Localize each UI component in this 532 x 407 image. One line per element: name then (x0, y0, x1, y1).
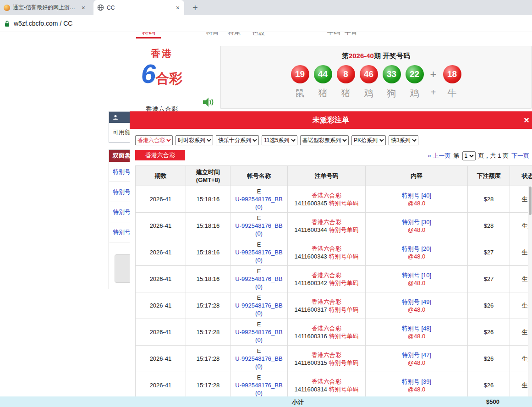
tab-close-icon[interactable]: × (81, 4, 86, 11)
content-link[interactable]: 特别号 [39] (402, 378, 431, 385)
logo-text-top: 香港 (134, 47, 189, 60)
account-suffix-link[interactable]: (0) (255, 390, 263, 396)
new-tab-button[interactable]: + (192, 3, 198, 12)
content-link[interactable]: 特别号 [48] (402, 325, 431, 332)
table-row: 2026-41 15:18:16 E U-992548176_BB (0) 香港… (136, 213, 532, 239)
account-suffix-link[interactable]: (0) (255, 204, 263, 210)
nav-tab[interactable]: 色波 (252, 32, 265, 38)
content-link[interactable]: 特别号 [30] (402, 219, 431, 226)
series-filter-select[interactable]: 快3系列 (389, 135, 418, 145)
page-count-label: 页，共 1 页 (478, 152, 509, 160)
account-link[interactable]: U-992548176_BB (235, 249, 282, 256)
cell-content: 特别号 [47] @48.0 (366, 346, 468, 372)
address-bar[interactable]: w5zf.cbcfo.com / CC (0, 15, 532, 32)
cell-bet-number: 香港六合彩 1411600315 特别号单码 (288, 346, 366, 372)
page-label: 第 (454, 152, 460, 160)
logo-hecai: 合彩 (156, 71, 182, 86)
account-link[interactable]: U-992548176_BB (235, 329, 282, 336)
url-path: / CC (60, 20, 72, 27)
series-filter-select[interactable]: 基诺型彩票系列 (300, 135, 349, 145)
lottery-ball: 19 鼠 (291, 65, 309, 99)
scrollbar-thumb[interactable] (529, 187, 532, 215)
series-filter-select[interactable]: 11选5系列 (262, 135, 297, 145)
cell-amount: $26 (468, 319, 510, 346)
close-icon[interactable]: × (522, 111, 531, 129)
tab-title: 通宝-信誉最好的网上游戏平... (13, 4, 78, 11)
lottery-ball: 8 猪 (337, 65, 355, 99)
page-select[interactable]: 1 (462, 151, 476, 160)
prev-page-link[interactable]: « 上一页 (428, 152, 451, 160)
game-tab-active[interactable]: 香港六合彩 (135, 150, 185, 160)
account-link[interactable]: U-992548176_BB (235, 275, 282, 282)
bet-number: 1411600314 (295, 386, 327, 393)
ball-zodiac: 鼠 (296, 87, 305, 99)
game-filter-select[interactable]: 香港六合彩 (135, 135, 173, 145)
nav-tab[interactable]: 特肖 (206, 32, 219, 38)
table-header-row: 期数 建立时间 (GMT+8) 帐号名称 注单号码 内容 下注额度 状态 (136, 166, 532, 186)
account-suffix-link[interactable]: (0) (255, 310, 263, 317)
ball-zodiac: 狗 (387, 87, 396, 99)
ball-number: 8 (337, 65, 355, 83)
account-link[interactable]: U-992548176_BB (235, 196, 282, 203)
modal-header: 未派彩注单 × (130, 111, 532, 129)
cell-amount: $27 (468, 239, 510, 266)
content-link[interactable]: 特别号 [20] (402, 245, 431, 252)
account-link[interactable]: U-992548176_BB (235, 382, 282, 389)
browser-tab-other[interactable]: 通宝-信誉最好的网上游戏平... × (0, 0, 90, 15)
cell-issue: 2026-41 (136, 213, 186, 239)
nav-tab[interactable]: 特尾 (228, 32, 241, 38)
filter-row: 香港六合彩 时时彩系列 快乐十分系列 11选5系列 基诺型彩票系列 (130, 129, 532, 145)
cell-issue: 2026-41 (136, 319, 186, 346)
content-link[interactable]: 特别号 [10] (402, 272, 431, 279)
table-row: 2026-41 15:17:28 E U-992548176_BB (0) 香港… (136, 346, 532, 372)
ball-number: 44 (314, 65, 332, 83)
account-suffix-link[interactable]: (0) (255, 363, 263, 370)
url-host: w5zf.cbcfo.com (14, 20, 58, 27)
account-prefix: E (232, 374, 285, 381)
content-link[interactable]: 特别号 [47] (402, 352, 431, 358)
cell-content: 特别号 [30] @48.0 (366, 213, 468, 239)
bet-number: 1411600342 (295, 280, 327, 286)
cell-time: 15:18:16 (186, 213, 230, 239)
account-link[interactable]: U-992548176_BB (235, 222, 282, 229)
cell-account: E U-992548176_BB (0) (230, 319, 288, 346)
browser-tab-active[interactable]: CC × (93, 0, 184, 15)
cell-content: 特别号 [39] @48.0 (366, 372, 468, 399)
cell-issue: 2026-41 (136, 346, 186, 372)
account-prefix: E (232, 294, 285, 302)
cell-bet-number: 香港六合彩 1411600314 特别号单码 (288, 372, 366, 399)
vertical-scrollbar[interactable] (528, 186, 532, 396)
nav-tab[interactable]: 特码 (136, 32, 161, 38)
account-link[interactable]: U-992548176_BB (235, 355, 282, 362)
series-filter-select[interactable]: 时时彩系列 (176, 135, 213, 145)
ball-zodiac: 猪 (341, 87, 351, 99)
speaker-icon[interactable] (203, 98, 214, 107)
account-suffix-link[interactable]: (0) (255, 336, 263, 343)
series-filter-select[interactable]: PK拾系列 (351, 135, 386, 145)
series-filter-select[interactable]: 快乐十分系列 (216, 135, 259, 145)
account-suffix-link[interactable]: (0) (255, 283, 263, 290)
cell-issue: 2026-41 (136, 239, 186, 266)
subtotal-bar: 小计 $500 (0, 396, 532, 407)
column-header: 注单号码 (288, 166, 366, 186)
account-link[interactable]: U-992548176_BB (235, 302, 282, 309)
content-link[interactable]: 特别号 [40] (402, 192, 431, 199)
account-suffix-link[interactable]: (0) (255, 230, 263, 237)
lottery-ball: 44 猪 (314, 65, 332, 99)
account-suffix-link[interactable]: (0) (255, 257, 263, 264)
tab-close-icon[interactable]: × (175, 4, 181, 11)
column-header: 状态 (510, 166, 532, 186)
bet-number: 1411600344 (295, 226, 327, 233)
nav-tab[interactable]: 平码 (327, 32, 340, 38)
table-row: 2026-41 15:17:28 E U-992548176_BB (0) 香港… (136, 319, 532, 346)
bets-table: 期数 建立时间 (GMT+8) 帐号名称 注单号码 内容 下注额度 状态 (135, 165, 532, 407)
logo-text-main: 6合彩 (134, 60, 189, 94)
bet-game-name: 香港六合彩 (290, 378, 363, 385)
nav-tab[interactable]: 平肖 (345, 32, 357, 38)
cell-time: 15:17:28 (186, 346, 230, 372)
content-link[interactable]: 特别号 [49] (402, 298, 431, 305)
cell-account: E U-992548176_BB (0) (230, 346, 288, 372)
ball-number: 22 (406, 65, 424, 83)
bets-table-body: 2026-41 15:18:16 E U-992548176_BB (0) 香港… (136, 186, 532, 407)
next-page-link[interactable]: 下一页 (511, 152, 529, 160)
